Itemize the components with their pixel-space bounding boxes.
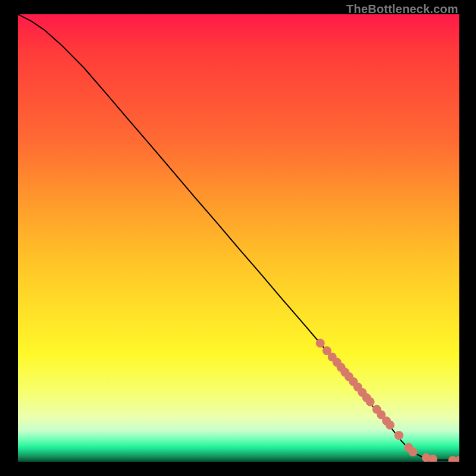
- scatter-dots: [316, 339, 459, 462]
- svg-point-22: [455, 456, 460, 462]
- chart-frame: TheBottleneck.com: [0, 0, 476, 476]
- chart-svg: [18, 14, 459, 462]
- svg-point-18: [409, 447, 418, 456]
- svg-point-16: [394, 431, 403, 440]
- svg-point-0: [316, 339, 325, 347]
- plot-area: [18, 14, 459, 462]
- curve-line: [18, 14, 459, 461]
- svg-point-11: [366, 397, 375, 406]
- svg-point-15: [386, 421, 394, 430]
